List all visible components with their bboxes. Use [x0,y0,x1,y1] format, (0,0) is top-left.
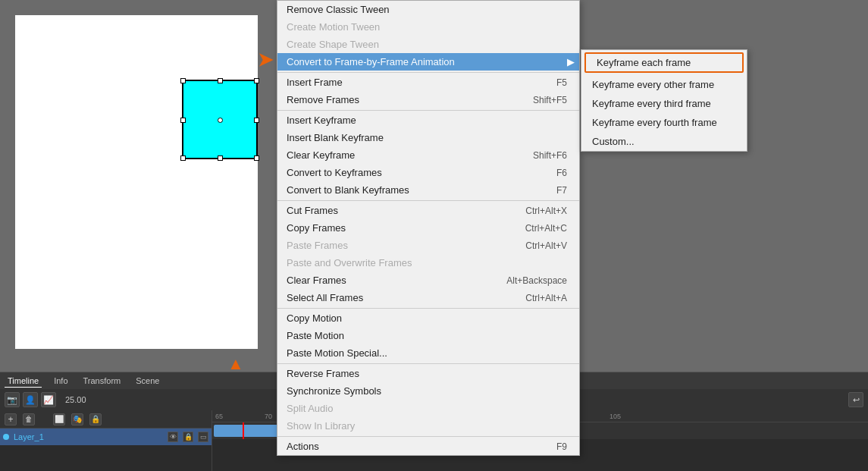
track-labels: + 🗑 ⬜ 🎭 🔒 Layer_1 👁 🔒 ▭ [0,410,212,471]
menu-item-shortcut: Ctrl+Alt+X [525,206,567,216]
camera-btn[interactable]: 📷 [5,392,20,407]
menu-item-label: Clear Keyframe [287,149,355,161]
handle-top-right [254,78,259,83]
layer-color-dot [3,434,9,440]
menu-item-cut-frames[interactable]: Cut FramesCtrl+Alt+X [277,200,579,219]
mask-btn[interactable]: 🎭 [71,413,83,425]
ruler-mark: 105 [609,413,621,420]
menu-item-shortcut: Ctrl+Alt+A [525,293,567,303]
menu-item-label: Remove Classic Tween [287,4,390,15]
menu-item-label: Create Shape Tween [287,39,379,50]
menu-item-select-all-frames[interactable]: Select All FramesCtrl+Alt+A [277,289,579,306]
menu-item-clear-frames[interactable]: Clear FramesAlt+Backspace [277,272,579,289]
submenu-item-label: Keyframe every third frame [592,98,711,109]
submenu-arrow-icon: ▶ [567,56,575,68]
menu-item-label: Show In Library [287,420,355,432]
submenu-item-keyframe-fourth[interactable]: Keyframe every fourth frame [581,113,747,132]
menu-item-create-motion-tween: Create Motion Tween [277,18,579,36]
menu-item-shortcut: F5 [556,77,567,88]
menu-item-label: Paste and Overwrite Frames [287,257,412,268]
playhead [243,422,244,439]
menu-item-label: Clear Frames [287,275,346,286]
tab-timeline[interactable]: Timeline [5,375,42,388]
menu-item-insert-blank-keyframe[interactable]: Insert Blank Keyframe [277,129,579,146]
handle-mid-left [180,118,186,123]
context-menu: Remove Classic TweenCreate Motion TweenC… [277,0,580,456]
menu-item-paste-motion[interactable]: Paste Motion [277,327,579,344]
menu-item-label: Convert to Keyframes [287,167,382,178]
handle-bot-left [180,155,186,161]
menu-item-label: Cut Frames [287,205,338,216]
menu-item-shortcut: F9 [556,441,567,452]
menu-item-reverse-frames[interactable]: Reverse Frames [277,363,579,382]
person-btn[interactable]: 👤 [23,392,38,407]
menu-item-convert-blank-keyframes[interactable]: Convert to Blank KeyframesF7 [277,181,579,199]
menu-item-paste-frames: Paste FramesCtrl+Alt+V [277,237,579,254]
menu-item-label: Copy Motion [287,312,342,324]
menu-item-actions[interactable]: ActionsF9 [277,436,579,455]
ruler-mark: 70 [265,413,272,420]
canvas-white [15,15,258,349]
menu-item-clear-keyframe[interactable]: Clear KeyframeShift+F6 [277,146,579,164]
menu-item-create-shape-tween: Create Shape Tween [277,36,579,53]
menu-item-label: Create Motion Tween [287,21,380,33]
menu-item-insert-frame[interactable]: Insert FrameF5 [277,72,579,91]
menu-item-label: Actions [287,441,319,452]
track-header: + 🗑 ⬜ 🎭 🔒 [0,410,212,429]
menu-item-synchronize-symbols[interactable]: Synchronize Symbols [277,382,579,400]
menu-item-split-audio: Split Audio [277,400,579,417]
menu-item-insert-keyframe[interactable]: Insert Keyframe [277,110,579,129]
handle-top-left [180,78,186,83]
add-layer-btn[interactable]: + [5,413,17,425]
menu-item-copy-frames[interactable]: Copy FramesCtrl+Alt+C [277,219,579,237]
menu-item-shortcut: Shift+F6 [533,150,567,161]
selected-object[interactable] [182,80,258,159]
layer-name: Layer_1 [14,432,163,441]
submenu-item-keyframe-each[interactable]: Keyframe each frame [584,52,744,73]
handle-bot-mid [218,155,223,161]
handle-center [218,118,223,123]
menu-item-shortcut: F7 [556,185,567,196]
chart-btn[interactable]: 📈 [41,392,56,407]
submenu-item-label: Keyframe every other frame [592,79,714,90]
layer-visible-btn[interactable]: 👁 [168,432,178,442]
submenu: Keyframe each frameKeyframe every other … [581,49,747,152]
menu-item-label: Remove Frames [287,94,359,105]
motion-path-btn[interactable]: ⬜ [53,413,65,425]
menu-item-copy-motion[interactable]: Copy Motion [277,308,579,327]
tab-transform[interactable]: Transform [80,375,124,387]
delete-layer-btn[interactable]: 🗑 [23,413,35,425]
menu-item-label: Insert Keyframe [287,115,356,126]
layer-outline-btn[interactable]: ▭ [198,432,208,442]
menu-item-shortcut: Alt+Backspace [506,275,567,286]
tab-scene[interactable]: Scene [133,375,162,387]
handle-bot-right [254,155,259,161]
menu-item-convert-fbf[interactable]: Convert to Frame-by-Frame Animation▶ [277,53,579,71]
submenu-item-keyframe-third[interactable]: Keyframe every third frame [581,94,747,113]
menu-item-shortcut: Ctrl+Alt+V [525,240,567,251]
menu-item-paste-motion-special[interactable]: Paste Motion Special... [277,344,579,362]
undo-btn[interactable]: ↩ [848,392,863,407]
menu-item-label: Synchronize Symbols [287,385,381,397]
menu-item-label: Convert to Frame-by-Frame Animation [287,56,455,68]
menu-item-label: Paste Motion [287,330,344,341]
arrow-right-indicator: ➤ [258,49,273,71]
menu-item-shortcut: Shift+F5 [533,95,567,105]
menu-item-shortcut: F6 [556,168,567,178]
layer-row[interactable]: Layer_1 👁 🔒 ▭ [0,429,212,445]
menu-item-show-in-library: Show In Library [277,417,579,435]
menu-item-label: Select All Frames [287,292,363,303]
menu-item-label: Reverse Frames [287,368,359,379]
menu-item-label: Paste Motion Special... [287,347,387,359]
layer-lock2-btn[interactable]: 🔒 [183,432,193,442]
tab-info[interactable]: Info [51,375,71,387]
menu-item-convert-to-keyframes[interactable]: Convert to KeyframesF6 [277,164,579,181]
menu-item-remove-classic-tween[interactable]: Remove Classic Tween [277,1,579,18]
ruler-mark: 65 [215,413,223,420]
menu-item-remove-frames[interactable]: Remove FramesShift+F5 [277,91,579,108]
submenu-item-custom[interactable]: Custom... [581,132,747,151]
menu-item-label: Convert to Blank Keyframes [287,184,409,196]
lock-btn[interactable]: 🔒 [89,413,102,425]
submenu-item-keyframe-other[interactable]: Keyframe every other frame [581,75,747,94]
fps-display: 25.00 [65,395,86,404]
